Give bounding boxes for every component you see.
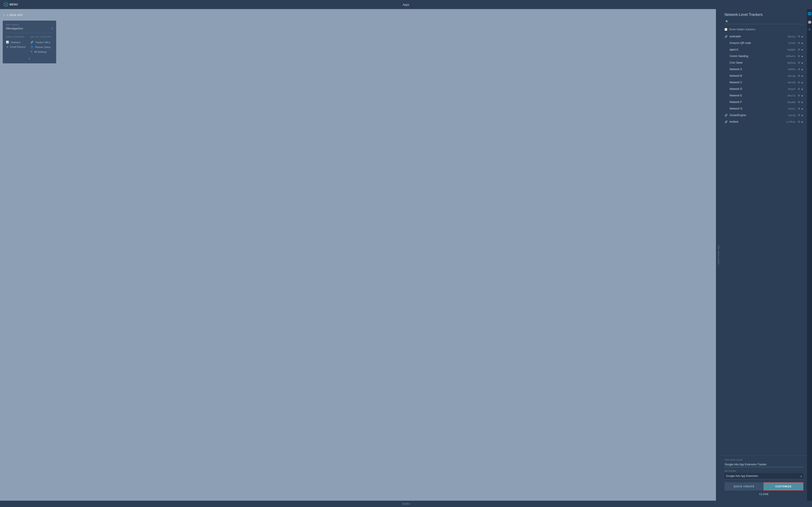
tracker-row[interactable]: 🔗 appcn1 kqdg9n ⚙ ▶ [721,46,807,53]
tracker-row[interactable]: 🔗 Com Seed dp9yeg ⚙ ▶ [721,60,807,66]
statistics-label: Statistics [11,41,20,44]
app-card: APP TOKEN 69nsstypeSuv ⎘ VIEW & REPORT 📊… [3,20,56,63]
new-app-button[interactable]: ＋ + NEW APP [3,12,56,18]
all-settings-label: All Settings [34,51,47,53]
bottom-form: TRACKER NAME NETWORK Google Ads App Exte… [721,455,807,501]
action-buttons: QUICK CREATE CUSTOMIZE [724,482,803,491]
copy-icon[interactable]: ⎘ [51,27,53,30]
chevron-right-icon: ▶ [802,88,803,90]
tracker-name-input[interactable] [724,462,803,467]
gear-icon[interactable]: ⚙ [798,61,800,64]
setup-label: SET UP YOUR APP [30,36,53,38]
tracker-row[interactable]: 🔗 Network E bks21s ⚙ ▶ [721,92,807,99]
tracker-row[interactable]: 🔗 Comm Seeding k88w2m ⚙ ▶ [721,53,807,60]
partner-setup-label: Partner Setup [35,46,51,48]
gear-icon[interactable]: ⚙ [798,94,800,97]
right-nav-col: SET UP YOUR APP 🔗 Tracker URLs 👤 Partner… [30,36,53,54]
chevron-down-icon[interactable]: ▼ [28,57,31,60]
tracker-row[interactable]: 🔗 Network B bktcwg ⚙ ▶ [721,73,807,79]
card-footer: ▼ [6,57,53,60]
tracker-row[interactable]: 🔗 Network F bksabk ⚙ ▶ [721,99,807,106]
menu-button[interactable]: ◎ MENU [4,2,18,7]
chevron-right-icon: ▶ [802,101,803,103]
chevron-right-icon: ▶ [802,55,803,57]
tracker-row[interactable]: 🔗 testtest yu78um ⚙ ▶ [721,119,807,125]
chevron-right-icon: ▶ [802,108,803,110]
chevron-right-icon: ▶ [802,42,803,44]
gear-icon[interactable]: ⚙ [798,81,800,84]
tracker-list: 🔗 acetrader 8qvsxy ⚙ ▶ 🔗 Amazon QR code … [721,33,807,455]
chevron-right-icon: ▶ [802,121,803,123]
tracker-row[interactable]: 🔗 acetrader 8qvsxy ⚙ ▶ [721,33,807,40]
close-button[interactable]: CLOSE [759,493,769,496]
link-icon: 🔗 [724,35,728,38]
tracker-code: bksabk [788,101,796,103]
chevron-right-icon: ▶ [802,75,803,77]
gear-icon[interactable]: ⚙ [798,35,800,38]
right-panel: Network-Level Trackers 🔍 Show hidden tra… [721,9,807,501]
center-area [59,9,716,501]
tracker-row[interactable]: 🔗 Network D bkspr4 ⚙ ▶ [721,86,807,92]
link-icon: 🔗 [724,120,728,123]
gear-icon[interactable]: ⚙ [798,114,800,117]
app-token-row: 69nsstypeSuv ⎘ [6,27,53,30]
plus-icon: ＋ [3,13,6,17]
network-label: NETWORK [724,470,803,472]
robot-icon[interactable]: 🤖 [807,19,812,24]
menu-icon: ◎ [4,2,8,7]
tracker-row[interactable]: 🔗 OceanEngine ylwr2g ⚙ ▶ [721,112,807,119]
tracker-name: Comm Seeding [729,55,786,58]
show-hidden-checkbox[interactable] [724,28,727,31]
tracker-urls-nav[interactable]: 🔗 Tracker URLs [30,40,53,45]
tracker-row[interactable]: 🔗 Network C bkrn68 ⚙ ▶ [721,79,807,86]
new-app-label: + NEW APP [7,13,23,17]
partner-setup-nav[interactable]: 👤 Partner Setup [30,45,53,49]
customize-button[interactable]: CUSTOMIZE [764,482,803,491]
quick-create-button[interactable]: QUICK CREATE [724,482,764,491]
gear-icon[interactable]: ⚙ [798,107,800,110]
tracker-code: bkrn68 [788,81,796,84]
tracker-name: OceanEngine [729,114,788,117]
left-nav-col: VIEW & REPORT 📊 Statistics 🖥 Email Repor… [6,36,29,54]
globe-icon[interactable]: 🌐 [807,11,812,16]
gear-icon[interactable]: ⚙ [798,74,800,77]
tracker-code: dp9yeg [787,61,796,64]
settings-icon: ⚙ [30,50,33,53]
search-box: 🔍 [724,19,803,24]
tracker-code: bksi1c [789,107,796,110]
nav-two-col: VIEW & REPORT 📊 Statistics 🖥 Email Repor… [6,36,53,54]
app-token-value: 69nsstypeSuv [6,27,23,30]
all-settings-nav[interactable]: ⚙ All Settings [30,49,53,54]
tracker-name: acetrader [729,35,788,38]
tracker-name: appcn1 [729,48,787,51]
gear-icon[interactable]: ⚙ [798,42,800,45]
chevron-right-icon: ▶ [802,81,803,84]
network-select[interactable]: Google Ads App ExtensionFacebook AdsAppl… [724,473,803,479]
main-layout: ＋ + NEW APP APP TOKEN 69nsstypeSuv ⎘ VIE… [0,9,812,501]
email-reports-nav[interactable]: 🖥 Email Reports [6,45,29,49]
statistics-nav[interactable]: 📊 Statistics [6,40,29,45]
gear-icon[interactable]: ⚙ [798,55,800,58]
gear-icon[interactable]: ⚙ [798,68,800,71]
adjust-logo-icon[interactable]: A [808,27,811,32]
app-token-label: APP TOKEN [6,24,53,26]
side-handle[interactable]: Adjust Demo App [716,9,721,501]
gear-icon[interactable]: ⚙ [798,88,800,91]
tracker-code: k88w2m [786,55,796,57]
gear-icon[interactable]: ⚙ [798,120,800,123]
gear-icon[interactable]: ⚙ [798,101,800,104]
tracker-row[interactable]: 🔗 Network G bksi1c ⚙ ▶ [721,106,807,112]
tracker-code: 12os0i [788,42,796,44]
tracker-row[interactable]: 🔗 Network A bkt56o ⚙ ▶ [721,66,807,73]
gear-icon[interactable]: ⚙ [798,48,800,51]
search-input[interactable] [724,19,803,24]
show-hidden-label: Show hidden trackers [729,28,755,31]
tracker-row[interactable]: 🔗 Amazon QR code 12os0i ⚙ ▶ [721,40,807,46]
tracker-code: bkt56o [788,68,796,71]
tracker-name: Network F [729,101,788,104]
top-bar: ◎ MENU Apps [0,0,812,9]
view-report-label: VIEW & REPORT [6,36,29,38]
tracker-code: yu78um [786,120,796,123]
show-hidden-row: Show hidden trackers [721,26,807,33]
side-handle-label: Adjust Demo App [717,245,720,265]
